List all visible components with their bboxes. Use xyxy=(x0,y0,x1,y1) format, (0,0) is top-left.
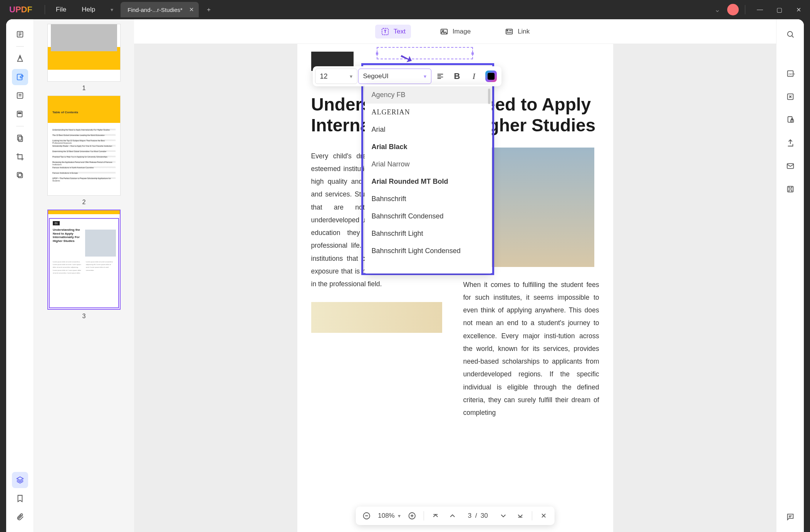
email-icon[interactable] xyxy=(782,158,798,174)
chevron-down-icon: ▾ xyxy=(350,73,352,79)
font-option[interactable]: Arial xyxy=(365,121,492,138)
align-button[interactable] xyxy=(432,69,448,84)
zoom-level[interactable]: 108% ▾ xyxy=(376,512,402,520)
svg-rect-7 xyxy=(18,173,22,178)
page-tools-icon[interactable] xyxy=(12,130,28,146)
separator xyxy=(45,5,45,14)
user-avatar[interactable] xyxy=(727,4,739,15)
image-mode-button[interactable]: Image xyxy=(434,25,476,39)
minimize-button[interactable]: — xyxy=(751,2,768,17)
font-option[interactable]: Bahnschrift Light xyxy=(365,225,492,242)
content-image xyxy=(311,302,442,333)
bold-button[interactable]: B xyxy=(449,69,465,84)
thumbnail-panel: 1 Table of Contents Understanding the Ne… xyxy=(34,19,134,532)
share-icon[interactable] xyxy=(782,135,798,151)
left-toolbar xyxy=(6,19,34,532)
thumbnail-1[interactable]: 1 xyxy=(45,24,122,92)
next-page-button[interactable] xyxy=(496,509,510,523)
menu-file[interactable]: File xyxy=(48,6,74,13)
close-tab-icon[interactable]: ✕ xyxy=(188,6,196,13)
text-mode-button[interactable]: Text xyxy=(375,25,411,39)
search-icon[interactable] xyxy=(782,26,798,42)
bookmarks-icon[interactable] xyxy=(12,490,28,507)
svg-point-16 xyxy=(787,32,792,37)
svg-rect-6 xyxy=(18,136,22,141)
text-selection-box[interactable] xyxy=(377,47,473,59)
last-page-button[interactable] xyxy=(513,509,527,523)
font-option[interactable]: Agency FB xyxy=(365,86,492,104)
thumbnail-2[interactable]: Table of Contents Understanding the Need… xyxy=(45,96,122,206)
zoom-out-button[interactable] xyxy=(359,509,373,523)
svg-point-13 xyxy=(507,30,508,31)
font-option[interactable]: Arial Narrow xyxy=(365,156,492,173)
resize-handle[interactable] xyxy=(471,52,474,55)
zoom-in-button[interactable] xyxy=(405,509,419,523)
image-icon xyxy=(439,27,449,36)
menu-help[interactable]: Help xyxy=(74,6,103,13)
italic-button[interactable]: I xyxy=(466,69,482,84)
comment-mode-icon[interactable] xyxy=(12,50,28,67)
font-option[interactable]: Bahnschrift Condensed xyxy=(365,208,492,225)
svg-rect-4 xyxy=(18,112,21,114)
separator xyxy=(16,46,24,47)
crop-icon[interactable] xyxy=(12,149,28,165)
organize-mode-icon[interactable] xyxy=(12,87,28,104)
font-option[interactable]: ALGERIAN xyxy=(365,104,492,121)
thumbnail-3[interactable]: 01 Understanding the Need to Apply Inter… xyxy=(45,210,122,320)
maximize-button[interactable]: ▢ xyxy=(771,2,788,17)
save-icon[interactable] xyxy=(782,181,798,197)
link-mode-button[interactable]: Link xyxy=(499,25,535,39)
close-bar-button[interactable]: ✕ xyxy=(537,509,551,523)
text-format-toolbar: 12 ▾ SegoeUI ▾ B I xyxy=(313,66,501,86)
edit-mode-toolbar: Text Image Link xyxy=(134,19,776,44)
tab-dropdown[interactable]: ▾ xyxy=(105,3,118,16)
attachments-icon[interactable] xyxy=(12,509,28,525)
link-icon xyxy=(505,27,514,36)
svg-rect-5 xyxy=(17,135,21,140)
redact-mode-icon[interactable] xyxy=(12,106,28,122)
separator xyxy=(16,126,24,126)
chevron-down-icon: ▾ xyxy=(424,73,426,79)
convert-icon[interactable] xyxy=(782,89,798,105)
prev-page-button[interactable] xyxy=(446,509,460,523)
text-color-button[interactable] xyxy=(483,69,499,84)
first-page-button[interactable] xyxy=(429,509,443,523)
comments-icon[interactable] xyxy=(782,509,798,525)
svg-text:OCR: OCR xyxy=(788,72,795,76)
separator xyxy=(532,511,532,520)
tab-title: Find-and-...r-Studies* xyxy=(127,7,183,13)
font-dropdown: Agency FBALGERIANArialArial BlackArial N… xyxy=(365,85,492,274)
batch-icon[interactable] xyxy=(12,167,28,183)
text-icon xyxy=(381,27,390,36)
separator xyxy=(424,511,424,520)
font-option[interactable]: Bahnschrift xyxy=(365,190,492,208)
scrollbar[interactable] xyxy=(488,89,490,104)
chevron-down-icon: ▾ xyxy=(398,513,401,519)
font-family-select[interactable]: SegoeUI ▾ xyxy=(358,69,431,84)
app-logo: UPDF xyxy=(0,5,42,15)
document-page[interactable]: ➘ 12 ▾ SegoeUI ▾ B I xyxy=(297,44,613,532)
font-option[interactable]: Bahnschrift Light Condensed xyxy=(365,242,492,260)
page-indicator[interactable]: 3 / 30 xyxy=(463,512,493,520)
separator xyxy=(745,5,745,14)
document-tab[interactable]: Find-and-...r-Studies* ✕ xyxy=(121,2,199,17)
new-tab-button[interactable]: ＋ xyxy=(203,4,214,15)
svg-rect-23 xyxy=(787,186,793,192)
svg-rect-8 xyxy=(17,173,21,177)
close-button[interactable]: ✕ xyxy=(790,2,807,17)
dropdown-icon[interactable]: ⌄ xyxy=(709,2,725,17)
right-toolbar: OCR xyxy=(776,19,804,532)
main-canvas: Text Image Link ➘ 12 xyxy=(134,19,776,532)
reader-mode-icon[interactable] xyxy=(12,26,28,42)
edit-mode-icon[interactable] xyxy=(12,69,28,85)
protect-icon[interactable] xyxy=(782,112,798,128)
view-controls-bar: 108% ▾ 3 / 30 ✕ xyxy=(356,507,555,525)
font-size-select[interactable]: 12 ▾ xyxy=(315,69,357,84)
font-option[interactable]: Arial Black xyxy=(365,138,492,156)
ocr-icon[interactable]: OCR xyxy=(782,65,798,82)
thumbnails-icon[interactable] xyxy=(12,472,28,488)
font-option[interactable]: Arial Rounded MT Bold xyxy=(365,173,492,190)
title-bar: UPDF File Help ▾ Find-and-...r-Studies* … xyxy=(0,0,810,19)
resize-handle[interactable] xyxy=(376,52,378,55)
